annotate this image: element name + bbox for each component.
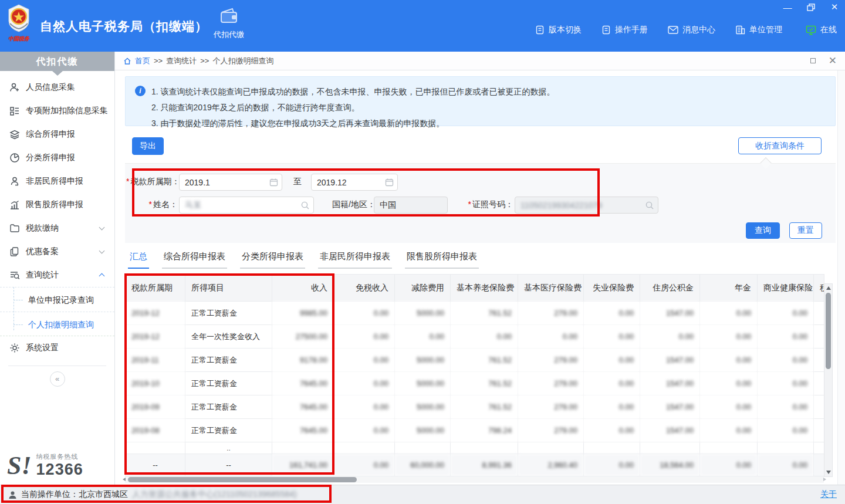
bar-chart-icon xyxy=(9,199,20,210)
panel-close-icon[interactable]: ✕ xyxy=(829,58,837,64)
menu-manual[interactable]: 操作手册 xyxy=(601,25,648,35)
table-cell xyxy=(814,349,824,372)
sidebar-item-tax-payment[interactable]: 税款缴纳 xyxy=(0,217,114,240)
search-icon[interactable] xyxy=(300,201,310,210)
sidebar-subitem-personal-withholding-query[interactable]: 个人扣缴明细查询 xyxy=(0,312,114,336)
online-status[interactable]: 在线 xyxy=(806,25,837,35)
table-cell: 0.00 xyxy=(518,325,584,349)
table-row[interactable]: 2019-12全年一次性奖金收入27500.000.000.000.000.00… xyxy=(126,325,824,349)
menu-message-center-label: 消息中心 xyxy=(682,25,715,35)
table-cell xyxy=(814,395,824,419)
table-row[interactable]: 2019-12正常工资薪金9985.000.005000.00761.52279… xyxy=(126,302,824,325)
copy-icon xyxy=(9,246,20,257)
breadcrumb-home[interactable]: 首页 xyxy=(135,56,150,66)
breadcrumb-level2[interactable]: 查询统计 xyxy=(166,56,197,66)
scroll-up-icon[interactable] xyxy=(826,286,831,290)
menu-version-switch[interactable]: 版本切换 xyxy=(535,25,582,35)
sidebar: 代扣代缴 人员信息采集 专项附加扣除信 xyxy=(0,52,115,485)
table-cell: 5000.00 xyxy=(395,395,451,419)
sidebar-item-preference-filing[interactable]: 优惠备案 xyxy=(0,240,114,263)
table-cell: 60,000.00 xyxy=(395,454,451,476)
search-icon[interactable] xyxy=(645,201,654,210)
id-number-input[interactable]: 110502199304221079 xyxy=(515,197,658,214)
table-cell: 761.52 xyxy=(451,302,518,325)
tab-summary[interactable]: 汇总 xyxy=(128,251,149,269)
table-cell: -- xyxy=(126,454,185,476)
panel-maximize-icon[interactable] xyxy=(810,58,816,63)
tab-comprehensive-income-form[interactable]: 综合所得申报表 xyxy=(162,251,227,269)
calendar-icon[interactable] xyxy=(269,178,278,187)
collapse-query-button[interactable]: 收折查询条件 xyxy=(738,137,822,154)
table-cell: 761.52 xyxy=(451,372,518,395)
menu-message-center[interactable]: 消息中心 xyxy=(668,25,715,35)
search-button[interactable]: 查询 xyxy=(746,222,780,239)
table-cell: 9178.00 xyxy=(272,349,334,372)
table-cell xyxy=(814,419,824,442)
tab-withholding[interactable]: 代扣代缴 xyxy=(205,7,252,40)
table-cell: 1547.00 xyxy=(640,302,700,325)
vertical-scroll-thumb[interactable] xyxy=(826,293,831,369)
table-row[interactable]: 2019-10正常工资薪金7645.000.005000.00761.52279… xyxy=(126,372,824,395)
sidebar-item-special-deduction[interactable]: 专项附加扣除信息采集 xyxy=(0,99,114,123)
tab-nonresident-income-form[interactable]: 非居民所得申报表 xyxy=(318,251,392,269)
menu-unit-management[interactable]: 单位管理 xyxy=(735,25,782,35)
close-icon[interactable]: ✕ xyxy=(830,2,839,12)
sidebar-item-system-settings[interactable]: 系统设置 xyxy=(0,336,114,360)
id-number-value-blurred: 110502199304221079 xyxy=(520,201,602,210)
scroll-right-icon[interactable] xyxy=(823,478,826,481)
restore-icon[interactable] xyxy=(806,2,816,12)
table-cell: 7645.00 xyxy=(272,395,334,419)
sidebar-item-personnel-info[interactable]: 人员信息采集 xyxy=(0,76,114,99)
table-vertical-scrollbar[interactable] xyxy=(824,283,833,477)
scroll-left-icon[interactable] xyxy=(123,478,126,481)
sidebar-item-classified-income[interactable]: 分类所得申报 xyxy=(0,146,114,170)
table-row[interactable]: 2019-11正常工资薪金9178.000.005000.00761.52279… xyxy=(126,349,824,372)
table-cell xyxy=(700,442,758,454)
horizontal-scroll-thumb[interactable] xyxy=(128,477,357,482)
sidebar-item-nonresident-income[interactable]: 非居民所得申报 xyxy=(0,170,114,193)
table-cell: 761.52 xyxy=(451,395,518,419)
table-row[interactable]: 2019-08正常工资薪金7645.000.005000.00798.24279… xyxy=(126,419,824,442)
table-cell: 279.00 xyxy=(518,372,584,395)
table-ellipsis-row[interactable]: .. xyxy=(126,442,824,454)
sidebar-collapse-button[interactable]: « xyxy=(50,371,65,387)
emblem-icon xyxy=(4,4,33,33)
table-cell xyxy=(272,442,334,454)
content-scroll-track[interactable] xyxy=(837,70,845,485)
form-list-icon xyxy=(9,106,20,116)
nationality-input[interactable]: 中国 xyxy=(374,197,448,214)
scroll-down-icon[interactable] xyxy=(826,471,831,474)
period-label: *税款所属期： xyxy=(126,177,178,187)
table-cell: 5000.00 xyxy=(395,419,451,442)
table-horizontal-scrollbar[interactable] xyxy=(125,476,824,483)
sidebar-item-restricted-stock[interactable]: 限售股所得申报 xyxy=(0,193,114,217)
person-add-icon xyxy=(9,82,20,93)
tab-restricted-stock-form[interactable]: 限售股所得申报表 xyxy=(405,251,479,269)
table-cell: 2019-09 xyxy=(126,395,185,419)
calendar-icon[interactable] xyxy=(385,178,394,187)
table-cell: 0.00 xyxy=(640,325,700,349)
table-cell: 0.00 xyxy=(700,302,758,325)
period-from-input[interactable]: 2019.1 xyxy=(179,174,282,191)
table-summary-row[interactable]: ----161,741.000.0060,000.008,991.362,960… xyxy=(126,454,824,476)
table-cell: 279.00 xyxy=(518,302,584,325)
about-link[interactable]: 关于 xyxy=(820,489,837,500)
pie-chart-icon xyxy=(9,153,20,163)
search-list-icon xyxy=(9,270,20,280)
sidebar-item-comprehensive-income[interactable]: 综合所得申报 xyxy=(0,123,114,146)
table-cell: 2019-11 xyxy=(126,349,185,372)
notice-line-3: 3. 由于数据处理的滞后性，建议您在申报成功3天之后再来查询最新的申报数据。 xyxy=(151,116,827,131)
period-to-input[interactable]: 2019.12 xyxy=(311,174,398,191)
sidebar-subitem-unit-declaration-query[interactable]: 单位申报记录查询 xyxy=(0,287,114,312)
table-row[interactable]: 2019-09正常工资薪金7645.000.005000.00761.52279… xyxy=(126,395,824,419)
name-input[interactable]: 马某 xyxy=(179,197,314,214)
table-cell: 0.00 xyxy=(700,349,758,372)
tab-classified-income-form[interactable]: 分类所得申报表 xyxy=(240,251,305,269)
export-button[interactable]: 导出 xyxy=(132,137,164,155)
period-to-label: 至 xyxy=(292,177,303,187)
sidebar-item-query-statistics[interactable]: 查询统计 xyxy=(0,263,114,287)
result-tabs: 汇总 综合所得申报表 分类所得申报表 非居民所得申报表 限售股所得申报表 xyxy=(128,251,479,269)
reset-button[interactable]: 重置 xyxy=(789,222,822,239)
sidebar-panel-notch xyxy=(52,71,63,76)
minimize-icon[interactable]: — xyxy=(783,2,792,12)
